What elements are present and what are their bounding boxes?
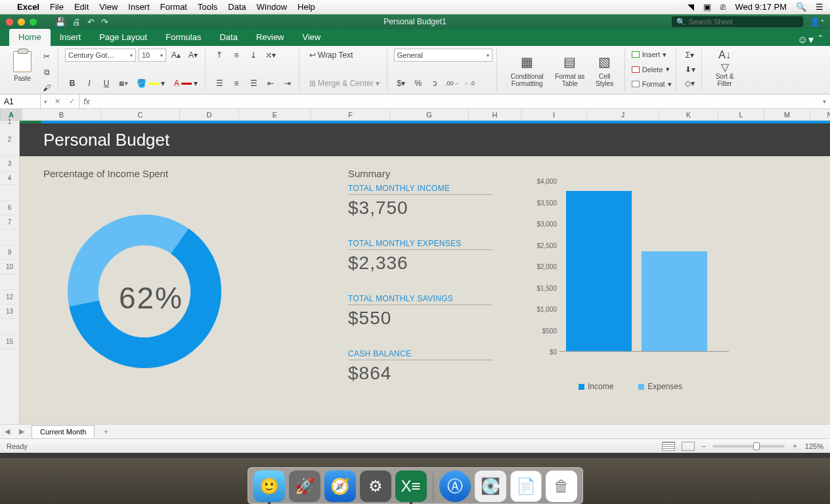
page-layout-view-button[interactable] <box>682 442 695 451</box>
menu-edit[interactable]: Edit <box>74 2 89 12</box>
wrap-text-button[interactable]: ↩ Wrap Text <box>306 49 357 62</box>
sheet-canvas[interactable]: Personal Budget Percentage of Income Spe… <box>20 121 830 424</box>
row-header[interactable] <box>0 230 19 245</box>
share-button[interactable]: 👤⁺ <box>810 17 825 27</box>
delete-cells-button[interactable]: Delete ▾ <box>632 64 672 75</box>
orientation-button[interactable]: ⤭▾ <box>263 49 278 62</box>
increase-font-button[interactable]: A▴ <box>169 49 183 62</box>
statusitem-icon[interactable]: ▣ <box>703 2 711 12</box>
col-header-H[interactable]: H <box>469 109 521 120</box>
dock-appstore-icon[interactable]: Ⓐ <box>439 471 471 502</box>
add-sheet-button[interactable]: ＋ <box>100 427 112 436</box>
prev-sheet-button[interactable]: ◀ <box>0 427 14 436</box>
align-middle-button[interactable]: ≡ <box>229 49 244 62</box>
statusitem-icon[interactable]: ⎚ <box>720 2 726 12</box>
expand-formula-bar[interactable]: ▾ <box>823 98 830 105</box>
row-header[interactable]: 12 <box>0 290 19 304</box>
tab-review[interactable]: Review <box>247 29 294 46</box>
row-header[interactable]: 15 <box>0 335 19 349</box>
col-header-M[interactable]: M <box>764 109 810 120</box>
menu-insert[interactable]: Insert <box>128 2 150 12</box>
insert-cells-button[interactable]: Insert ▾ <box>632 49 672 60</box>
tab-formulas[interactable]: Formulas <box>156 29 210 46</box>
collapse-ribbon-icon[interactable]: ˆ <box>819 34 822 46</box>
app-menu[interactable]: Excel <box>17 2 39 12</box>
font-size-dropdown[interactable]: 10 <box>139 49 166 62</box>
align-bottom-button[interactable]: ⤓ <box>246 49 261 62</box>
row-header[interactable]: 7 <box>0 215 19 230</box>
bold-button[interactable]: B <box>65 77 79 90</box>
col-header-I[interactable]: I <box>521 109 587 120</box>
notification-center-icon[interactable]: ☰ <box>816 2 823 12</box>
col-header-J[interactable]: J <box>587 109 659 120</box>
col-header-A[interactable]: A <box>1 109 22 120</box>
comma-button[interactable]: ↄ <box>428 77 443 90</box>
clear-button[interactable]: ◇▾ <box>683 77 697 90</box>
decrease-indent-button[interactable]: ⇤ <box>263 77 278 90</box>
format-cells-button[interactable]: Format ▾ <box>632 78 672 90</box>
col-header-L[interactable]: L <box>718 109 764 120</box>
number-format-dropdown[interactable]: General <box>394 49 492 62</box>
tab-home[interactable]: Home <box>9 29 51 46</box>
qat-save-icon[interactable]: 💾 <box>55 17 66 27</box>
increase-decimal-button[interactable]: .00→ <box>445 77 460 90</box>
tab-view[interactable]: View <box>294 29 330 46</box>
row-header[interactable]: 10 <box>0 260 19 274</box>
paste-button[interactable]: Paste <box>8 49 37 83</box>
tab-page-layout[interactable]: Page Layout <box>90 29 156 46</box>
col-header-K[interactable]: K <box>659 109 718 120</box>
fill-button[interactable]: ⬇▾ <box>683 63 697 76</box>
align-right-button[interactable]: ☰ <box>246 77 261 90</box>
col-header-D[interactable]: D <box>180 109 239 120</box>
row-header[interactable]: 9 <box>0 245 19 260</box>
dock-launchpad-icon[interactable]: 🚀 <box>289 471 320 502</box>
row-header[interactable] <box>0 319 19 335</box>
autosum-button[interactable]: Σ▾ <box>683 49 697 62</box>
dock-excel-icon[interactable]: X≡ <box>395 471 427 502</box>
dock-settings-icon[interactable]: ⚙ <box>360 471 391 502</box>
cell-styles-button[interactable]: ▧Cell Styles <box>589 49 621 90</box>
copy-button[interactable]: ⧉ <box>39 66 54 79</box>
row-header[interactable]: 2 <box>0 123 19 156</box>
col-header-F[interactable]: F <box>311 109 390 120</box>
menu-file[interactable]: File <box>50 2 64 12</box>
qat-undo-icon[interactable]: ↶ <box>87 17 95 27</box>
menu-window[interactable]: Window <box>257 2 287 12</box>
sheet-tab-current-month[interactable]: Current Month <box>32 425 95 438</box>
menu-format[interactable]: Format <box>160 2 187 12</box>
menu-data[interactable]: Data <box>228 2 246 12</box>
statusitem-icon[interactable]: ◥ <box>688 2 694 12</box>
dock-safari-icon[interactable]: 🧭 <box>324 471 356 502</box>
menu-tools[interactable]: Tools <box>198 2 217 12</box>
zoom-in-button[interactable]: ＋ <box>791 441 798 451</box>
qat-print-icon[interactable]: 🖨 <box>72 17 81 27</box>
italic-button[interactable]: I <box>82 77 97 90</box>
cut-button[interactable]: ✂ <box>39 50 54 63</box>
menu-view[interactable]: View <box>99 2 118 12</box>
worksheet[interactable]: 123467910121315 Personal Budget Percenta… <box>0 121 830 424</box>
normal-view-button[interactable] <box>662 442 675 451</box>
enter-formula-button[interactable]: ✓ <box>64 97 79 106</box>
row-header[interactable] <box>0 274 19 290</box>
tab-data[interactable]: Data <box>210 29 246 46</box>
next-sheet-button[interactable]: ▶ <box>14 427 29 436</box>
col-header-E[interactable]: E <box>239 109 311 120</box>
qat-redo-icon[interactable]: ↷ <box>101 17 108 27</box>
row-header[interactable] <box>0 185 19 201</box>
decrease-font-button[interactable]: A▾ <box>186 49 200 62</box>
conditional-formatting-button[interactable]: ▦Conditional Formatting <box>504 49 551 90</box>
dock-trash-icon[interactable]: 🗑 <box>546 471 577 502</box>
fill-color-button[interactable]: 🪣▾ <box>133 77 168 90</box>
fx-icon[interactable]: fx <box>79 97 94 106</box>
font-name-dropdown[interactable]: Century Got… <box>65 49 136 62</box>
dock-drive-icon[interactable]: 💽 <box>475 471 506 502</box>
window-minimize-button[interactable] <box>18 18 25 26</box>
currency-button[interactable]: $▾ <box>394 77 408 90</box>
format-painter-button[interactable]: 🖌 <box>39 81 54 94</box>
row-header[interactable]: 3 <box>0 156 19 172</box>
percent-button[interactable]: % <box>411 77 426 90</box>
row-header[interactable]: 4 <box>0 172 19 185</box>
zoom-out-button[interactable]: − <box>701 442 705 450</box>
dock-finder-icon[interactable]: 🙂 <box>253 471 285 502</box>
align-top-button[interactable]: ⤒ <box>212 49 227 62</box>
